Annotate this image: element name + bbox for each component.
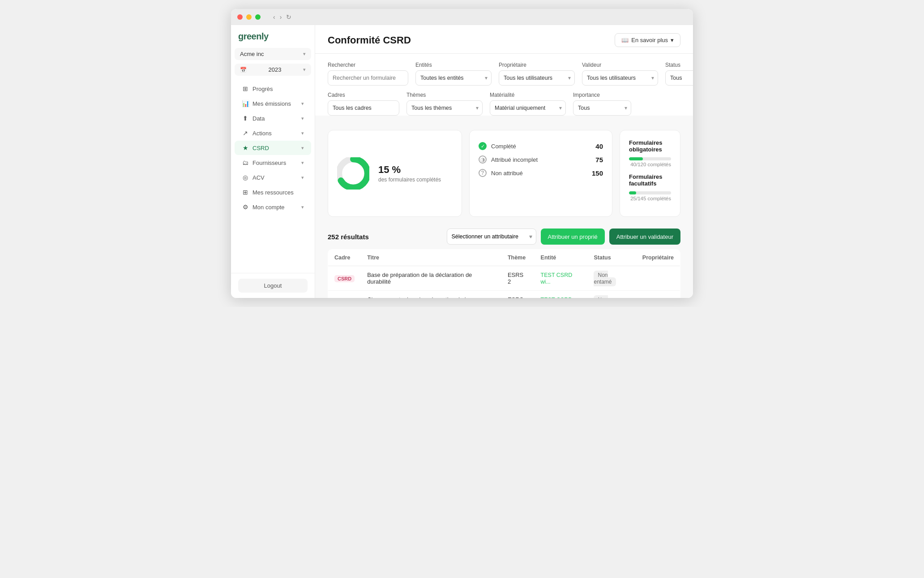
- sidebar-item-progres[interactable]: ⊞Progrès: [235, 82, 311, 96]
- sidebar-item-label: Progrès: [252, 86, 273, 92]
- forward-button[interactable]: ›: [280, 13, 282, 21]
- main-content: Conformité CSRD 📖 En savoir plus ▾ Reche…: [315, 25, 693, 298]
- close-button[interactable]: [237, 14, 243, 20]
- chevron-icon: ▾: [301, 145, 304, 151]
- chevron-icon: ▾: [301, 116, 304, 121]
- back-button[interactable]: ‹: [273, 13, 275, 21]
- nav-controls: ‹ › ↻: [273, 13, 291, 21]
- en-savoir-label: En savoir plus: [631, 37, 668, 43]
- titlebar: ‹ › ↻: [231, 9, 693, 25]
- cadres-group: Cadres: [328, 92, 399, 116]
- col-titre: Titre: [361, 250, 501, 266]
- themes-label: Thèmes: [406, 92, 483, 98]
- sidebar-item-data[interactable]: ⬆Data ▾: [235, 111, 311, 125]
- optional-title: Formulaires facultatifs: [629, 173, 671, 187]
- col-proprietaire: Propriétaire: [636, 250, 680, 266]
- page-title: Conformité CSRD: [328, 35, 411, 46]
- optional-label: 25/145 complétés: [629, 196, 671, 201]
- sidebar-item-label: Data: [252, 115, 265, 122]
- materialite-select[interactable]: Matérial uniquement: [490, 100, 566, 116]
- cadres-input[interactable]: [328, 100, 399, 116]
- entites-group: Entités Toutes les entités: [415, 62, 492, 86]
- main-header: Conformité CSRD 📖 En savoir plus ▾: [315, 25, 693, 54]
- grid-icon: ⊞: [242, 85, 249, 92]
- sidebar-item-label: Mes ressources: [252, 189, 294, 196]
- stats-section: 15 % des formulaires complétés ✓ Complét…: [315, 122, 693, 225]
- titre-cell: Changements dans la préparation de la dé…: [361, 291, 501, 298]
- sidebar-item-label: CSRD: [252, 145, 269, 151]
- upload-icon: ⬆: [242, 115, 249, 122]
- entites-label: Entités: [415, 62, 492, 68]
- chevron-down-icon: ▾: [303, 51, 306, 57]
- theme-cell: ESRS 2: [501, 291, 535, 298]
- table-row[interactable]: CSRD Changements dans la préparation de …: [328, 291, 680, 298]
- sidebar-item-emissions[interactable]: 📊Mes émissions ▾: [235, 96, 311, 111]
- forms-table: Cadre Titre Thème Entité Status Propriét…: [328, 249, 680, 298]
- materialite-group: Matérialité Matérial uniquement: [490, 92, 566, 116]
- actions-icon: ↗: [242, 129, 249, 137]
- sidebar-item-compte[interactable]: ⚙Mon compte ▾: [235, 200, 311, 214]
- en-savoir-button[interactable]: 📖 En savoir plus ▾: [615, 33, 680, 47]
- status-badge: Non entamé: [594, 271, 616, 286]
- refresh-button[interactable]: ↻: [286, 13, 291, 21]
- complete-label: Complété: [491, 143, 591, 150]
- status-badge: Non entamé: [594, 295, 616, 298]
- proprietaire-select[interactable]: Tous les utilisateurs: [499, 70, 575, 86]
- entity-link[interactable]: TEST CSRD wi...: [541, 297, 573, 298]
- proprietaire-cell: [636, 291, 680, 298]
- sidebar-item-label: Actions: [252, 130, 272, 137]
- results-count: 252 résultats: [328, 233, 369, 241]
- chevron-icon: ▾: [301, 204, 304, 210]
- sidebar-item-label: Mes émissions: [252, 100, 291, 107]
- progress-card: 15 % des formulaires complétés: [328, 130, 462, 217]
- optional-forms-row: Formulaires facultatifs 25/145 complétés: [629, 173, 671, 201]
- table-row[interactable]: CSRD Base de préparation de la déclarati…: [328, 266, 680, 291]
- sidebar: greenly Acme inc ▾ 📅 2023 ▾ ⊞Progrès 📊Me…: [231, 25, 315, 298]
- assign-validator-button[interactable]: Attribuer un validateur: [609, 229, 680, 245]
- attributaire-select[interactable]: Sélectionner un attributaire: [447, 229, 536, 245]
- entites-select[interactable]: Toutes les entités: [415, 70, 492, 86]
- progress-label: des formulaires complétés: [378, 177, 441, 183]
- table-wrapper: Cadre Titre Thème Entité Status Propriét…: [315, 249, 693, 298]
- themes-group: Thèmes Tous les thèmes: [406, 92, 483, 116]
- forms-card: Formulaires obligatoires 40/120 complété…: [620, 130, 680, 217]
- chevron-icon: ▾: [301, 101, 304, 107]
- sidebar-item-actions[interactable]: ↗Actions ▾: [235, 126, 311, 140]
- mandatory-title: Formulaires obligatoires: [629, 139, 671, 153]
- mandatory-forms-row: Formulaires obligatoires 40/120 complété…: [629, 139, 671, 167]
- mandatory-label: 40/120 complétés: [629, 162, 671, 167]
- sidebar-item-fournisseurs[interactable]: 🗂Fournisseurs ▾: [235, 155, 311, 170]
- year-selector[interactable]: 📅 2023 ▾: [235, 64, 311, 76]
- sidebar-item-acv[interactable]: ◎ACV ▾: [235, 170, 311, 185]
- logo: greenly: [231, 25, 315, 46]
- optional-progress-bar: [629, 191, 671, 194]
- proprietaire-group: Propriétaire Tous les utilisateurs: [499, 62, 575, 86]
- logout-button[interactable]: Logout: [238, 279, 308, 293]
- donut-chart: [337, 157, 369, 190]
- status-label: Status: [665, 62, 693, 68]
- search-input[interactable]: [328, 70, 408, 86]
- themes-select[interactable]: Tous les thèmes: [406, 100, 483, 116]
- chevron-icon: ▾: [301, 160, 304, 166]
- assign-owner-button[interactable]: Attribuer un proprié: [541, 229, 605, 245]
- company-selector[interactable]: Acme inc ▾: [235, 48, 311, 60]
- partial-icon: ◑: [479, 155, 487, 164]
- valideur-select[interactable]: Tous les utilisateurs: [582, 70, 658, 86]
- none-row: ? Non attribué 150: [479, 166, 603, 180]
- importance-group: Importance Tous: [573, 92, 631, 116]
- book-icon: 📖: [621, 37, 629, 43]
- col-entite: Entité: [535, 250, 588, 266]
- sidebar-item-label: Fournisseurs: [252, 160, 286, 166]
- sidebar-item-ressources[interactable]: ⊞Mes ressources: [235, 185, 311, 199]
- filters-section: Rechercher Entités Toutes les entités Pr…: [315, 54, 693, 116]
- circle-icon: ◎: [242, 174, 249, 181]
- maximize-button[interactable]: [255, 14, 261, 20]
- chevron-icon: ▾: [301, 130, 304, 136]
- col-cadre: Cadre: [328, 250, 361, 266]
- proprietaire-cell: [636, 266, 680, 291]
- minimize-button[interactable]: [246, 14, 252, 20]
- importance-select[interactable]: Tous: [573, 100, 631, 116]
- entity-link[interactable]: TEST CSRD wi...: [541, 272, 573, 285]
- sidebar-item-csrd[interactable]: ★CSRD ▾: [235, 141, 311, 155]
- status-select[interactable]: Tous: [665, 70, 693, 86]
